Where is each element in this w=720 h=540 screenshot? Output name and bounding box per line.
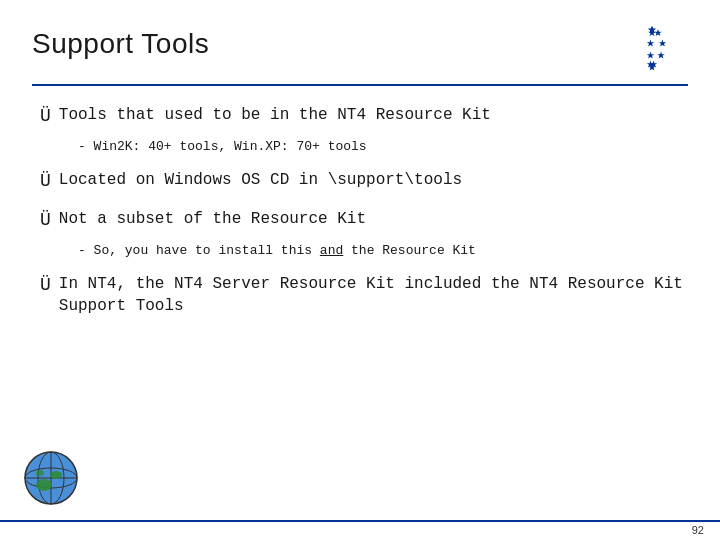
sub-bullet-1: Win2K: 40+ tools, Win.XP: 70+ tools (78, 137, 688, 157)
slide-title: Support Tools (32, 28, 209, 60)
bullet-item-4: Ü In NT4, the NT4 Server Resource Kit in… (40, 273, 688, 318)
globe-area (22, 449, 80, 512)
bullet-text-4: In NT4, the NT4 Server Resource Kit incl… (59, 273, 688, 318)
bullet-arrow-3: Ü (40, 208, 51, 233)
bullet-arrow-2: Ü (40, 169, 51, 194)
svg-marker-3 (657, 52, 665, 59)
title-area: Support Tools (32, 28, 688, 78)
slide: Support Tools (0, 0, 720, 540)
svg-marker-7 (647, 52, 655, 59)
title-divider (32, 84, 688, 86)
bullet-arrow-1: Ü (40, 104, 51, 129)
bullet-item-2: Ü Located on Windows OS CD in \support\t… (40, 169, 688, 194)
svg-point-18 (50, 471, 62, 479)
bullet-text-2: Located on Windows OS CD in \support\too… (59, 169, 462, 191)
svg-point-19 (36, 470, 44, 476)
bullet-text-3: Not a subset of the Resource Kit (59, 208, 366, 230)
sub-bullet-text-1: Win2K: 40+ tools, Win.XP: 70+ tools (78, 139, 367, 154)
content-area: Ü Tools that used to be in the NT4 Resou… (32, 104, 688, 317)
sub-bullet-text-3: So, you have to install this and the Res… (78, 243, 476, 258)
bullet-item-1: Ü Tools that used to be in the NT4 Resou… (40, 104, 688, 129)
svg-marker-2 (659, 40, 667, 47)
eu-stars-icon (616, 23, 688, 78)
underline-and: and (320, 243, 343, 258)
sub-bullet-3: So, you have to install this and the Res… (78, 241, 688, 261)
svg-marker-1 (654, 29, 662, 36)
bullet-text-1: Tools that used to be in the NT4 Resourc… (59, 104, 491, 126)
svg-point-17 (36, 479, 52, 491)
globe-icon (22, 449, 80, 507)
bullet-arrow-4: Ü (40, 273, 51, 298)
bottom-divider (0, 520, 720, 522)
bullet-item-3: Ü Not a subset of the Resource Kit (40, 208, 688, 233)
page-number: 92 (692, 524, 704, 536)
svg-marker-8 (647, 40, 655, 47)
